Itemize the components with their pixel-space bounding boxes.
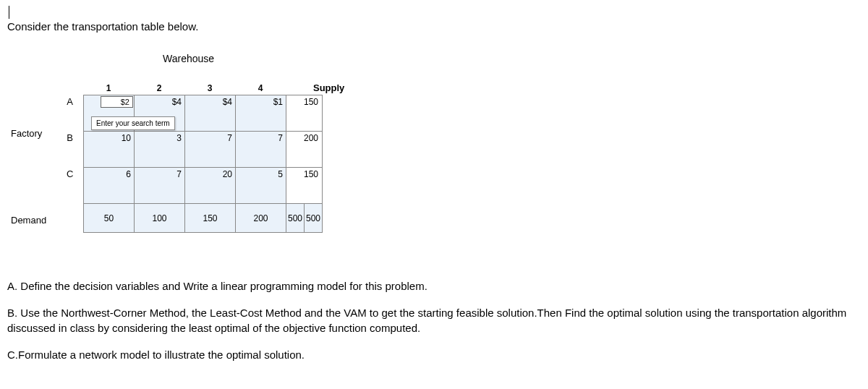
- supply-header: Supply: [313, 82, 344, 93]
- demand-1: 50: [84, 204, 135, 233]
- intro-text: Consider the transportation table below.: [7, 20, 861, 33]
- row-b: 10 3 7 7 200: [84, 132, 323, 168]
- cost-a1: $2: [101, 96, 133, 108]
- col-header-3: 3: [184, 83, 235, 93]
- question-c: C.Formulate a network model to illustrat…: [7, 347, 861, 362]
- search-tooltip: Enter your search term: [91, 116, 175, 130]
- cell-c1: 6: [84, 168, 135, 204]
- cell-b4: 7: [236, 132, 286, 168]
- col-header-4: 4: [235, 83, 286, 93]
- question-b: B. Use the Northwest-Corner Method, the …: [7, 305, 861, 335]
- cost-a2: $4: [172, 97, 182, 107]
- row-labels: A B C: [67, 96, 73, 205]
- transportation-table: Warehouse Factory Demand Supply A B C 1 …: [7, 47, 861, 249]
- row-label-a: A: [67, 96, 73, 132]
- col-header-2: 2: [134, 83, 184, 93]
- column-headers: 1 2 3 4: [83, 83, 286, 93]
- cost-a3: $4: [223, 97, 232, 107]
- demand-3: 150: [185, 204, 236, 233]
- questions-block: A. Define the decision variables and Wri…: [7, 278, 861, 362]
- supply-b: 200: [286, 132, 323, 168]
- demand-label: Demand: [11, 215, 46, 226]
- cost-b2: 3: [176, 133, 182, 143]
- cost-c2: 7: [176, 169, 182, 179]
- supply-a: 150: [286, 95, 323, 132]
- cost-a4: $1: [273, 97, 283, 107]
- row-label-c: C: [67, 168, 73, 205]
- cell-a4: $1: [236, 95, 286, 132]
- total-supply: 500: [305, 204, 322, 232]
- cell-c2: 7: [135, 168, 185, 204]
- supply-c: 150: [286, 168, 323, 204]
- cost-c4: 5: [278, 169, 283, 179]
- text-cursor: [9, 6, 9, 19]
- cell-b2: 3: [135, 132, 185, 168]
- cell-a3: $4: [185, 95, 236, 132]
- totals-cell: 500 500: [286, 204, 323, 233]
- demand-row: 50 100 150 200 500 500: [84, 204, 323, 233]
- cost-grid: $2 $4 $4 $1 150 10 3 7 7 200 6 7 20 5 15…: [83, 95, 323, 233]
- row-c: 6 7 20 5 150: [84, 168, 323, 204]
- total-demand: 500: [286, 204, 305, 232]
- cell-c3: 20: [185, 168, 236, 204]
- demand-2: 100: [135, 204, 185, 233]
- cost-b4: 7: [278, 133, 283, 143]
- col-header-1: 1: [83, 83, 134, 93]
- row-label-b: B: [67, 132, 73, 168]
- cost-c1: 6: [126, 169, 131, 179]
- cell-c4: 5: [236, 168, 286, 204]
- cost-b3: 7: [227, 133, 232, 143]
- question-a: A. Define the decision variables and Wri…: [7, 278, 861, 294]
- factory-label: Factory: [11, 128, 42, 139]
- cost-b1: 10: [122, 133, 131, 143]
- warehouse-label: Warehouse: [163, 53, 214, 64]
- demand-4: 200: [236, 204, 286, 233]
- cost-c3: 20: [223, 169, 232, 179]
- cell-b1: 10: [84, 132, 135, 168]
- cell-b3: 7: [185, 132, 236, 168]
